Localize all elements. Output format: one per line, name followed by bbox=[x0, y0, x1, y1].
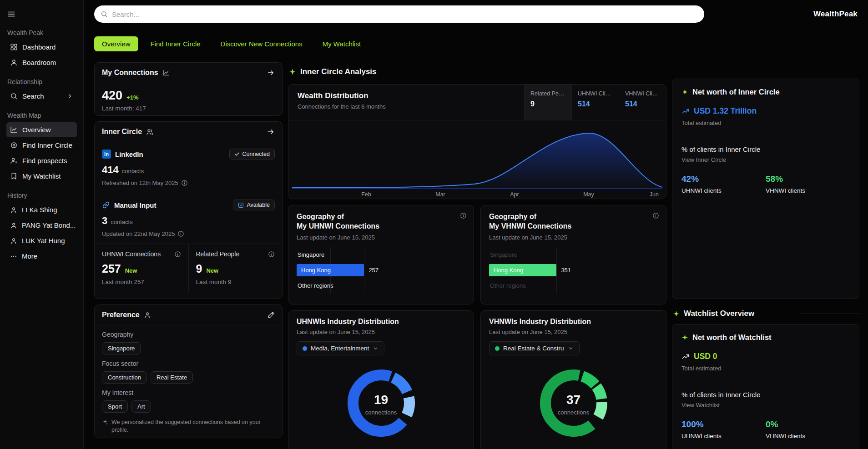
stat-title: UHNWI Connections bbox=[102, 250, 161, 258]
connections-count: 420 bbox=[102, 89, 122, 103]
search-input[interactable] bbox=[112, 10, 698, 18]
sidebar-item-my-watchlist[interactable]: My Watchlist bbox=[6, 169, 77, 184]
wd-tab-vhnwi-clients[interactable]: VHNWI Clients 514 bbox=[619, 85, 666, 120]
arrow-right-icon bbox=[267, 69, 275, 77]
geo-title-line2: My VHNWI Connections bbox=[489, 222, 658, 231]
tab-find-inner-circle[interactable]: Find Inner Circle bbox=[143, 36, 208, 51]
manual-source-name: Manual Input bbox=[114, 201, 156, 209]
tab-discover-new-connections[interactable]: Discover New Connections bbox=[213, 36, 310, 51]
stat-new-tag: New bbox=[206, 267, 218, 274]
net-worth-note: Total estimated bbox=[681, 120, 850, 126]
sidebar-item-history-1[interactable]: LI Ka Shing bbox=[6, 202, 77, 217]
check-square-icon bbox=[238, 202, 244, 208]
mini-chart-icon bbox=[162, 69, 170, 76]
sector-chip: Real Estate bbox=[151, 371, 193, 384]
manual-input-section: Manual Input Available 3 contacts Update… bbox=[95, 193, 282, 244]
uhnwi-industry-card: UHNWIs Industry Distribution Last update… bbox=[288, 310, 474, 449]
wealth-distribution-tabs: Related Pers... 9 UHNWI Clients 514 VHNW… bbox=[524, 85, 666, 120]
geo-title-line2: My UHNWI Connections bbox=[297, 222, 465, 231]
x-tick: May bbox=[583, 191, 594, 198]
info-icon[interactable] bbox=[181, 180, 188, 186]
sidebar-item-history-2[interactable]: PANG Yat Bond... bbox=[6, 218, 77, 233]
view-watchlist-link[interactable]: View Watchlist bbox=[681, 402, 850, 409]
sidebar-item-history-3[interactable]: LUK Yat Hung bbox=[6, 233, 77, 248]
linkedin-contacts-label: contacts bbox=[122, 168, 144, 175]
wealth-distribution-title: Wealth Distribution bbox=[298, 91, 515, 100]
info-icon[interactable] bbox=[177, 230, 184, 237]
menu-toggle-button[interactable] bbox=[7, 7, 23, 21]
geo-subtitle: Last update on June 15, 2025 bbox=[297, 234, 465, 241]
tab-my-watchlist[interactable]: My Watchlist bbox=[315, 36, 368, 51]
info-icon[interactable] bbox=[268, 251, 275, 258]
sidebar-item-find-inner-circle[interactable]: Find Inner Circle bbox=[6, 138, 77, 153]
sector-chip: Construction bbox=[102, 371, 147, 384]
info-icon[interactable] bbox=[652, 212, 659, 219]
sidebar-item-label: More bbox=[22, 252, 37, 260]
industry-select[interactable]: Media, Entertainment bbox=[297, 341, 384, 355]
view-inner-circle-link[interactable]: View Inner Circle bbox=[681, 156, 850, 163]
industry-select[interactable]: Real Estate & Constru bbox=[489, 341, 580, 355]
uhnwi-percent-block: 42% UHNWI clients bbox=[681, 174, 766, 194]
sidebar-item-more[interactable]: More bbox=[6, 249, 77, 264]
wd-tab-uhnwi-clients[interactable]: UHNWI Clients 514 bbox=[571, 85, 619, 120]
bar-hong-kong[interactable]: Hong Kong bbox=[297, 264, 364, 276]
user-plus-icon bbox=[10, 157, 18, 165]
card-title: Net worth of Watchlist bbox=[692, 333, 772, 342]
wd-tab-label: UHNWI Clients bbox=[578, 90, 613, 97]
wealth-distribution-chart: Feb Mar Apr May Jun bbox=[288, 120, 666, 199]
linkedin-contacts-count: 414 bbox=[102, 164, 119, 176]
geo-vhnwi-card: Geography of My VHNWI Connections Last u… bbox=[480, 205, 666, 304]
link-icon bbox=[102, 201, 110, 209]
header-divider bbox=[799, 314, 859, 314]
info-icon[interactable] bbox=[174, 251, 181, 258]
sidebar-item-boardroom[interactable]: Boardroom bbox=[6, 55, 77, 70]
legend-dot bbox=[303, 346, 307, 351]
sidebar: Wealth Peak Dashboard Boardroom Relation… bbox=[0, 0, 84, 449]
wd-tab-value: 9 bbox=[530, 100, 565, 108]
boardroom-icon bbox=[10, 59, 18, 66]
manual-updated-text: Updated on 22nd May 2025 bbox=[102, 230, 175, 237]
bar-label-other-regions: Other regions bbox=[489, 282, 526, 289]
user-icon bbox=[10, 237, 17, 244]
sidebar-item-overview[interactable]: Overview bbox=[6, 122, 77, 137]
badge-label: Connected bbox=[242, 151, 270, 157]
center-column: Inner Circle Analysis Wealth Distributio… bbox=[288, 62, 666, 449]
my-connections-open-button[interactable] bbox=[267, 69, 275, 77]
uhnwi-percent: 100% bbox=[681, 419, 766, 429]
industry-select-value: Real Estate & Constru bbox=[503, 345, 564, 352]
tab-overview[interactable]: Overview bbox=[94, 36, 138, 51]
inner-circle-analysis-header: Inner Circle Analysis bbox=[289, 67, 666, 77]
info-icon[interactable] bbox=[460, 212, 467, 219]
wd-tab-value: 514 bbox=[625, 100, 660, 108]
interest-chip: Art bbox=[131, 400, 151, 413]
stat-value: 9 bbox=[196, 262, 202, 275]
brand-logo: WealthPeak bbox=[813, 10, 859, 19]
sidebar-section-wealth-peak: Wealth Peak bbox=[7, 29, 76, 36]
wd-tab-related-persons[interactable]: Related Pers... 9 bbox=[524, 85, 571, 120]
sidebar-item-find-prospects[interactable]: Find prospects bbox=[6, 153, 77, 168]
bar-hong-kong[interactable]: Hong Kong bbox=[489, 264, 556, 276]
donut-center-label: connections bbox=[365, 409, 397, 416]
wd-tab-value: 514 bbox=[578, 100, 613, 108]
vhnwi-industry-card: VHNWIs Industry Distribution Last update… bbox=[480, 310, 666, 449]
left-column: My Connections 420 +1% Last month: 417 bbox=[94, 62, 283, 449]
linkedin-icon: in bbox=[102, 150, 111, 159]
linkedin-status-badge: Connected bbox=[229, 149, 275, 160]
sidebar-item-search[interactable]: Search bbox=[6, 89, 77, 104]
global-search[interactable] bbox=[94, 5, 704, 23]
bookmark-icon bbox=[10, 172, 18, 180]
donut-center-label: connections bbox=[558, 409, 589, 416]
stat-title: Related People bbox=[196, 250, 240, 258]
vhnwi-percent-label: VHNWI clients bbox=[766, 433, 850, 439]
vhnwi-percent: 0% bbox=[766, 419, 850, 429]
net-worth-amount: USD 0 bbox=[694, 352, 717, 361]
inner-circle-open-button[interactable] bbox=[267, 128, 275, 136]
geo-bar-chart: Singapore Hong Kong 351 Other regions bbox=[489, 247, 658, 294]
topbar: WealthPeak bbox=[94, 5, 859, 23]
x-tick: Feb bbox=[361, 191, 371, 198]
preference-edit-button[interactable] bbox=[267, 311, 275, 319]
geo-uhnwi-card: Geography of My UHNWI Connections Last u… bbox=[288, 205, 474, 304]
sidebar-item-dashboard[interactable]: Dashboard bbox=[6, 40, 77, 55]
sparkles-icon bbox=[102, 419, 108, 425]
sidebar-item-label: Find Inner Circle bbox=[22, 141, 72, 149]
